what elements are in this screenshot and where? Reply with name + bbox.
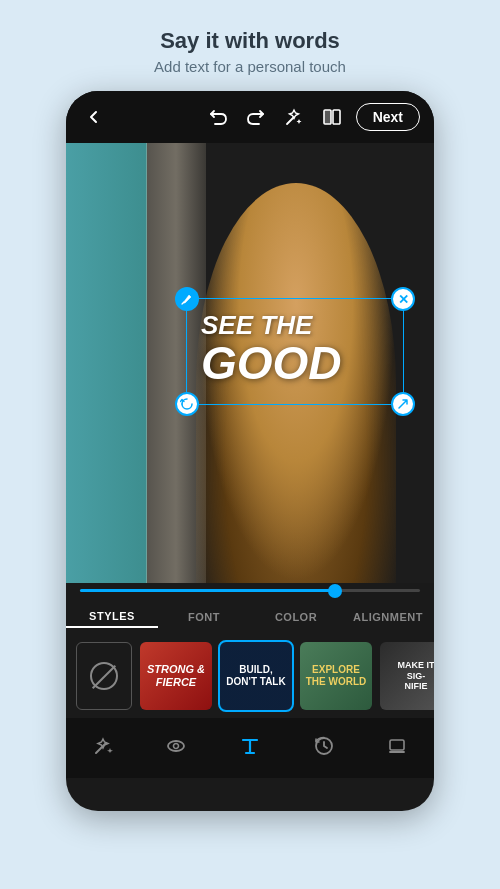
handle-resize[interactable] [391,392,415,416]
svg-point-3 [174,744,179,749]
compare-button[interactable] [318,103,346,131]
slider-thumb[interactable] [328,584,342,598]
text-overlay-container[interactable]: ✕ SEE THE GOOD [186,298,404,405]
phone-mockup: Next ✕ SEE THE GOO [66,91,434,811]
nav-text[interactable] [228,726,272,766]
nav-magic-wand[interactable] [81,726,125,766]
handle-close[interactable]: ✕ [391,287,415,311]
tab-color[interactable]: COLOR [250,607,342,627]
next-button[interactable]: Next [356,103,420,131]
slider-area [66,583,434,598]
tab-alignment[interactable]: ALIGNMENT [342,607,434,627]
style-card-strong[interactable]: STRONG &FIERCE [140,642,212,710]
page-title: Say it with words [154,28,346,54]
edit-wand-button[interactable] [280,103,308,131]
style-options: STRONG &FIERCE BUILD,DON'T TALK EXPLORET… [66,634,434,718]
style-card-make[interactable]: MAKE ITSIG-NIFIE [380,642,434,710]
handle-rotate[interactable] [175,392,199,416]
back-button[interactable] [80,103,108,131]
svg-rect-1 [333,110,340,124]
redo-button[interactable] [242,103,270,131]
topbar-left [80,103,108,131]
text-line1[interactable]: SEE THE [201,311,389,340]
page-header: Say it with words Add text for a persona… [134,0,366,91]
nav-layers[interactable] [375,726,419,766]
undo-button[interactable] [204,103,232,131]
page-subtitle: Add text for a personal touch [154,58,346,75]
style-none-card[interactable] [76,642,132,710]
tab-font[interactable]: FONT [158,607,250,627]
no-style-icon [90,662,118,690]
style-tabs: STYLES FONT COLOR ALIGNMENT [66,598,434,634]
bottom-nav [66,718,434,778]
nav-eye[interactable] [154,726,198,766]
style-card-explore[interactable]: EXPLORETHE WORLD [300,642,372,710]
nav-history[interactable] [302,726,346,766]
text-selection-box: ✕ SEE THE GOOD [186,298,404,405]
phone-topbar: Next [66,91,434,143]
slider-fill [80,589,335,592]
handle-edit[interactable] [175,287,199,311]
topbar-right: Next [204,103,420,131]
svg-point-2 [168,741,184,751]
svg-rect-5 [390,740,404,750]
photo-area: ✕ SEE THE GOOD [66,143,434,583]
style-card-build[interactable]: BUILD,DON'T TALK [220,642,292,710]
text-line2[interactable]: GOOD [201,340,389,386]
slider-track[interactable] [80,589,420,592]
tab-styles[interactable]: STYLES [66,606,158,628]
